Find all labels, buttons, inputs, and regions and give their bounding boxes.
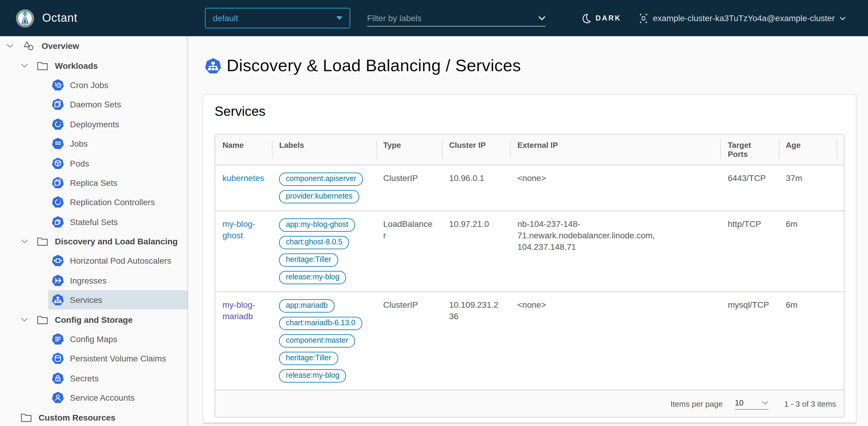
rc-icon [52,196,64,208]
context-selector[interactable]: example-cluster-ka3TuTzYo4a@example-clus… [639,0,846,36]
app-header: Octant default Filter by labels DARK [0,0,868,36]
ingress-icon [52,275,64,287]
column-header-age[interactable]: Age [778,135,837,165]
sidebar-item-ingresses[interactable]: Ingresses [48,271,187,290]
label-badge[interactable]: provider:kubernetes [279,190,359,203]
external-ip: <none> [510,292,721,390]
sidebar-item-label: Daemon Sets [70,100,121,110]
namespace-selector[interactable]: default [205,8,350,28]
sidebar-item-replica-sets[interactable]: Replica Sets [48,173,187,193]
age: 37m [778,165,837,211]
card-title: Services [215,104,844,119]
column-header-cluster-ip[interactable]: Cluster IP [442,135,510,165]
chevron-down-icon[interactable] [6,44,14,48]
sidebar-item-custom-resources[interactable]: Custom Resources [0,407,187,426]
spacer-cell [837,211,844,292]
sidebar-item-config-and-storage[interactable]: Config and Storage [0,310,187,330]
service-icon [52,294,64,306]
sidebar-item-deployments[interactable]: Deployments [48,114,187,134]
configmap-icon [52,333,64,345]
namespace-value: default [213,13,336,23]
sidebar-item-label: Deployments [70,119,119,129]
page-title: Discovery & Load Balancing / Services [227,56,521,76]
sidebar-item-label: Custom Resources [38,413,116,422]
label-badge[interactable]: heritage:Tiller [279,253,338,267]
sidebar-item-label: Ingresses [70,276,106,285]
sidebar-item-label: Discovery and Load Balancing [55,236,178,246]
table-row: my-blog-ghostapp:my-blog-ghostchart:ghos… [215,211,844,292]
sidebar-item-label: Pods [70,159,89,168]
sidebar-item-replication-controllers[interactable]: Replication Controllers [48,193,187,212]
sidebar-item-label: Overview [41,41,79,51]
external-ip: <none> [510,165,721,211]
daemonset-icon [52,98,64,111]
column-header-type[interactable]: Type [376,135,442,165]
sidebar-item-secrets[interactable]: Secrets [48,368,187,388]
sidebar-item-discovery-and-load-balancing[interactable]: Discovery and Load Balancing [0,232,187,251]
context-name: example-cluster-ka3TuTzYo4a@example-clus… [653,13,835,23]
service-type: ClusterIP [376,165,442,211]
service-type: LoadBalancer [376,211,442,292]
sidebar-item-cron-jobs[interactable]: Cron Jobs [48,76,187,95]
theme-toggle-label: DARK [595,14,621,22]
sidebar-item-workloads[interactable]: Workloads [0,56,187,76]
label-filter-input[interactable]: Filter by labels [367,10,546,27]
theme-toggle-button[interactable]: DARK [581,0,621,36]
items-per-page-chevron-icon [762,400,769,404]
services-page-icon [205,58,221,74]
column-header-external-ip[interactable]: External IP [510,135,721,165]
chevron-down-icon[interactable] [21,63,28,68]
cluster-ip: 10.109.231.236 [442,292,510,390]
label-badge[interactable]: release:my-blog [279,271,346,284]
sidebar-item-pods[interactable]: Pods [48,153,187,173]
column-header-name[interactable]: Name [215,135,272,165]
sidebar-item-label: Replication Controllers [70,198,155,207]
main-content: Discovery & Load Balancing / Services Se… [188,36,868,426]
spacer-cell [837,165,844,211]
label-badge[interactable]: app:mariadb [279,299,335,313]
service-type: ClusterIP [376,292,442,390]
label-badge[interactable]: component:apiserver [279,173,363,186]
sidebar-item-stateful-sets[interactable]: Stateful Sets [48,212,187,232]
label-badge[interactable]: release:my-blog [279,369,346,382]
folder-icon [37,315,48,324]
column-header-target-ports[interactable]: Target Ports [721,135,779,165]
service-name-link[interactable]: my-blog-mariadb [222,300,255,321]
column-header-labels[interactable]: Labels [272,135,376,165]
column-header-spacer [837,135,844,165]
table-footer: Items per page 10 1 - 3 of 3 items [215,390,844,417]
secret-icon [52,372,64,385]
folder-icon [37,61,48,70]
cluster-ip: 10.96.0.1 [442,165,510,211]
services-card: Services NameLabelsTypeCluster IPExterna… [203,94,857,423]
label-badge[interactable]: heritage:Tiller [279,352,338,365]
job-icon [52,138,64,150]
label-badge[interactable]: chart:mariadb-6.13.0 [279,317,362,330]
label-badge[interactable]: chart:ghost-8.0.5 [279,236,349,249]
sidebar-item-persistent-volume-claims[interactable]: Persistent Volume Claims [48,349,187,369]
filter-chevron-down-icon[interactable] [538,16,546,20]
sidebar-item-services[interactable]: Services [48,290,187,310]
chevron-down-icon[interactable] [21,317,28,322]
chevron-down-icon[interactable] [21,239,28,244]
label-badge[interactable]: component:master [279,334,355,347]
target-ports: http/TCP [721,211,779,292]
serviceaccount-icon [52,392,64,404]
items-per-page-select[interactable]: 10 [735,398,769,409]
service-name-link[interactable]: kubernetes [222,173,264,183]
brand: Octant [16,0,78,36]
namespace-caret-icon [336,16,342,20]
label-badge[interactable]: app:my-blog-ghost [279,219,355,232]
octant-logo-icon [16,9,34,27]
folder-icon [37,236,48,246]
service-name-link[interactable]: my-blog-ghost [222,219,255,240]
items-per-page-value: 10 [735,398,744,407]
sidebar-item-overview[interactable]: Overview [0,36,187,56]
sidebar-item-horizontal-pod-autoscalers[interactable]: Horizontal Pod Autoscalers [48,251,187,271]
sidebar-item-jobs[interactable]: Jobs [48,134,187,153]
target-ports: mysql/TCP [721,292,779,390]
sidebar-item-daemon-sets[interactable]: Daemon Sets [48,95,187,114]
sidebar-item-service-accounts[interactable]: Service Accounts [48,388,187,407]
sidebar-item-label: Stateful Sets [70,217,118,227]
sidebar-item-config-maps[interactable]: Config Maps [48,330,187,349]
